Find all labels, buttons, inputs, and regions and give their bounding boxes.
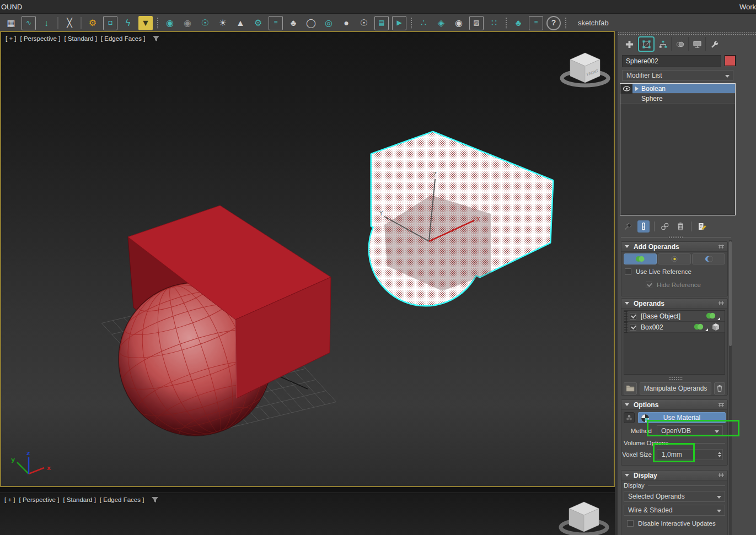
stack-item-boolean[interactable]: Boolean (620, 84, 735, 94)
manipulate-operands-button[interactable]: Manipulate Operands (640, 382, 711, 395)
material-ball-icon[interactable] (624, 412, 635, 423)
spinner-down-icon (718, 455, 721, 457)
viewport-layout-icon[interactable]: ▦ (4, 16, 18, 30)
list-resize-grip[interactable] (669, 377, 683, 380)
box-object-icon[interactable] (711, 323, 720, 331)
viewport-perspective-main[interactable]: [ + ] [ Perspective ] [ Standard ] [ Edg… (0, 31, 615, 487)
divider-grip[interactable] (668, 235, 683, 239)
method-dropdown[interactable]: OpenVDB (657, 425, 723, 436)
checklist-icon[interactable]: ≡ (269, 16, 283, 30)
expand-arrow-icon[interactable] (635, 87, 639, 91)
toolbar-separator (57, 17, 58, 29)
show-end-result-icon[interactable] (637, 220, 650, 233)
rollout-collapse-icon (625, 403, 629, 406)
eye-icon (623, 85, 631, 92)
operand-enabled-checkbox[interactable] (630, 324, 636, 331)
tab-display[interactable] (689, 37, 706, 51)
viewport-splitter[interactable] (0, 487, 615, 493)
operand-row-base-object[interactable]: [Base Object] (624, 311, 725, 322)
operand-row-box002[interactable]: Box002 (624, 322, 725, 333)
tab-modify[interactable] (638, 36, 655, 52)
object-color-swatch[interactable] (725, 55, 736, 66)
panel-drag-grip[interactable] (618, 32, 756, 35)
workspaces-label[interactable]: Work (739, 0, 756, 14)
operand-enabled-checkbox[interactable] (630, 313, 636, 320)
view-cube[interactable]: FRONT (562, 53, 608, 85)
union-operation-icon[interactable] (706, 312, 716, 320)
tab-utilities[interactable] (706, 37, 723, 51)
delete-operand-button[interactable] (714, 382, 725, 395)
help-icon[interactable]: ? (546, 16, 561, 30)
operation-intersect-button[interactable] (658, 253, 691, 264)
display-panel-icon[interactable]: ▤ (374, 16, 389, 30)
union-operation-icon[interactable] (694, 323, 704, 331)
make-unique-icon[interactable] (659, 220, 671, 233)
operand-list: [Base Object] Box002 (624, 310, 725, 375)
disable-interactive-updates-checkbox[interactable] (627, 520, 634, 527)
panel-scrollbar-thumb[interactable] (729, 241, 732, 346)
curve-editor-icon[interactable]: ∿ (22, 16, 36, 30)
use-material-button[interactable]: Use Material (638, 412, 726, 423)
viewport-perspective-bottom[interactable]: [ + ] [ Perspective ] [ Standard ] [ Edg… (0, 493, 615, 535)
voxel-size-field[interactable]: 1,0mm (657, 449, 723, 460)
palette-icon[interactable]: ● (339, 16, 353, 30)
shading-mode-dropdown[interactable]: Wire & Shaded (624, 505, 725, 516)
operation-union-button[interactable] (624, 253, 657, 264)
script-list-icon[interactable]: ≡ (529, 16, 543, 30)
forest-pack-trees-icon[interactable]: ♣ (511, 16, 526, 30)
working-pivot-icon[interactable]: ◈ (434, 16, 448, 30)
rendered-frame-window-icon[interactable]: ◘ (103, 16, 117, 30)
rollout-header-add-operands[interactable]: Add Operands (621, 242, 727, 252)
stack-item-sphere[interactable]: Sphere (620, 94, 735, 104)
object-name-field[interactable] (622, 55, 721, 67)
tree-object-icon[interactable]: ▲ (233, 16, 248, 30)
tab-hierarchy[interactable] (655, 37, 672, 51)
transform-arrange-icon[interactable]: ∴ (416, 16, 431, 30)
rollout-add-operands: Add Operands Use Live Reference Hide Ref… (621, 241, 728, 296)
remove-modifier-icon[interactable] (674, 220, 687, 233)
camera-icon[interactable]: ◉ (163, 16, 177, 30)
spinner-up-icon (718, 452, 721, 454)
layered-spheres-icon[interactable]: ◎ (321, 16, 336, 30)
stack-toolbar (622, 219, 708, 234)
align-arrange-icon[interactable]: ∷ (487, 16, 501, 30)
sketchfab-menu[interactable]: sketchfab (578, 19, 609, 27)
drag-handle[interactable] (624, 322, 628, 333)
gear-modifier-icon[interactable]: ⚙ (251, 16, 265, 30)
hide-reference-checkbox[interactable] (646, 282, 652, 288)
schematic-view-icon[interactable]: ╳ (62, 16, 77, 30)
view-cube-bottom[interactable] (0, 493, 613, 535)
render-production-teapot-icon[interactable]: ϟ (121, 16, 135, 30)
cloud-render-icon[interactable]: ▼ (138, 16, 153, 30)
snap-spheres-icon[interactable]: ◉ (452, 16, 466, 30)
use-live-reference-checkbox[interactable] (625, 268, 631, 275)
rollout-header-display[interactable]: Display (621, 471, 727, 480)
render-paint-icon[interactable]: ▨ (469, 16, 484, 30)
voxel-size-spinner[interactable] (716, 450, 722, 460)
panel-scrollbar[interactable] (729, 240, 732, 535)
drag-handle[interactable] (624, 311, 628, 322)
bulb-gear-icon[interactable]: ☉ (357, 16, 371, 30)
sun-light-icon[interactable]: ☀ (216, 16, 230, 30)
rollout-header-options[interactable]: Options (621, 400, 727, 410)
tab-motion[interactable] (672, 37, 689, 51)
rollout-header-operands[interactable]: Operands (621, 299, 727, 309)
modifier-list-dropdown[interactable]: Modifier List (622, 70, 733, 81)
subtract-icon (704, 256, 713, 262)
render-setup-teapot-icon[interactable]: ⚙ (85, 16, 100, 30)
pin-stack-icon[interactable] (622, 220, 634, 233)
configure-modifier-sets-icon[interactable] (696, 220, 708, 233)
operation-subtract-button[interactable] (692, 253, 725, 264)
camera-add-icon[interactable]: ◉ (180, 16, 195, 30)
track-view-icon[interactable]: ↓ (39, 16, 53, 30)
play-window-icon[interactable]: ▶ (392, 16, 406, 30)
fire-ring-icon[interactable]: ◯ (304, 16, 318, 30)
rollout-options: Options Use Material Method OpenVDB (621, 399, 728, 466)
flyout-corner-icon (705, 328, 708, 331)
display-mode-dropdown[interactable]: Selected Operands (624, 491, 725, 502)
light-bulb-icon[interactable]: ☉ (198, 16, 212, 30)
modifier-visibility-toggle[interactable] (620, 84, 632, 94)
open-boolean-explorer-button[interactable] (624, 382, 637, 395)
tab-create[interactable] (621, 37, 638, 51)
plant-icon[interactable]: ♣ (286, 16, 301, 30)
